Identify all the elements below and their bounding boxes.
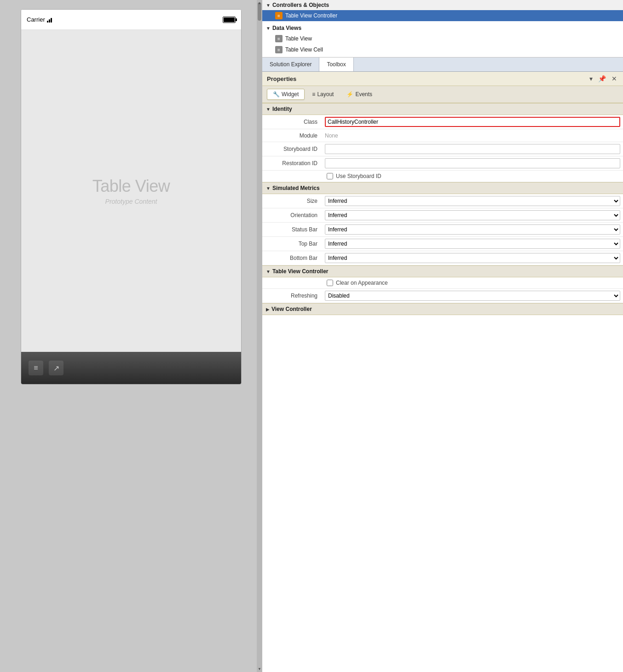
prototype-content-label: Prototype Content (105, 198, 157, 205)
simulated-metrics-section-header[interactable]: ▼ Simulated Metrics (262, 182, 623, 194)
storyboard-id-value (322, 142, 623, 156)
table-view-placeholder: Table View (92, 177, 170, 196)
tree-item-label: Table View Controller (285, 12, 337, 19)
iphone-content: Table View Prototype Content (21, 30, 241, 352)
class-value (322, 115, 623, 129)
props-content: ▼ Identity Class Module None Storyboard … (262, 103, 623, 672)
class-label: Class (262, 117, 322, 127)
tab-events[interactable]: ⚡ Events (341, 89, 378, 100)
data-views-arrow: ▼ (266, 26, 271, 31)
restoration-id-row: Restoration ID (262, 156, 623, 171)
storyboard-id-row: Storyboard ID (262, 142, 623, 156)
table-view-controller-section-header[interactable]: ▼ Table View Controller (262, 265, 623, 277)
controller-icon: ≡ (275, 12, 283, 19)
iphone-bottom-bar: ≡ ↗ (21, 352, 241, 384)
simulated-metrics-arrow: ▼ (266, 186, 271, 191)
wifi-icon (47, 17, 52, 23)
size-value: Inferred (322, 194, 623, 208)
tree-item-table-view-cell-label: Table View Cell (285, 46, 323, 53)
scroll-thumb[interactable] (258, 2, 261, 21)
scroll-up-arrow[interactable]: ▲ (258, 1, 261, 5)
clear-on-appearance-label: Clear on Appearance (336, 280, 388, 286)
tree-item-table-view-controller[interactable]: ≡ Table View Controller (262, 10, 623, 21)
orientation-row: Orientation Inferred (262, 208, 623, 223)
data-views-section: ▼ Data Views ≡ Table View ≡ Table View C… (262, 21, 623, 57)
clear-on-appearance-row: Clear on Appearance (262, 277, 623, 289)
tab-solution-explorer[interactable]: Solution Explorer (262, 57, 319, 71)
status-bar-label: Status Bar (262, 224, 322, 235)
right-panel: ▼ Controllers & Objects ≡ Table View Con… (262, 0, 623, 672)
controllers-arrow: ▼ (266, 3, 271, 8)
widget-icon: 🔧 (273, 91, 280, 98)
view-controller-arrow: ▶ (266, 307, 270, 312)
properties-panel: Properties ▾ 📌 ✕ 🔧 Widget ≡ Layout ⚡ Eve… (262, 72, 623, 672)
bottom-bar-select[interactable]: Inferred (325, 253, 620, 263)
storyboard-id-input[interactable] (325, 144, 620, 154)
tree-item-table-view-label: Table View (285, 35, 312, 42)
table-view-cell-icon: ≡ (275, 46, 283, 53)
properties-header: Properties ▾ 📌 ✕ (262, 72, 623, 86)
header-actions: ▾ 📌 ✕ (588, 75, 618, 83)
use-storyboard-id-label: Use Storyboard ID (336, 173, 381, 179)
view-controller-section-header[interactable]: ▶ View Controller (262, 303, 623, 315)
status-bar: Carrier (21, 10, 241, 30)
tree-item-table-view[interactable]: ≡ Table View (262, 33, 623, 44)
orientation-select[interactable]: Inferred (325, 210, 620, 220)
use-storyboard-id-row: Use Storyboard ID (262, 171, 623, 182)
properties-title: Properties (267, 75, 296, 82)
pin-btn[interactable]: 📌 (597, 75, 607, 83)
left-scrollbar[interactable]: ▲ ▼ (257, 0, 262, 672)
class-input[interactable] (325, 117, 620, 127)
status-bar-value: Inferred (322, 223, 623, 236)
identity-arrow: ▼ (266, 107, 271, 112)
module-text: None (325, 132, 338, 139)
size-label: Size (262, 196, 322, 206)
status-bar-select[interactable]: Inferred (325, 224, 620, 235)
tree-item-table-view-cell[interactable]: ≡ Table View Cell (262, 44, 623, 55)
data-views-header[interactable]: ▼ Data Views (262, 23, 623, 33)
bottom-bar-label: Bottom Bar (262, 253, 322, 263)
bottom-tabs: Solution Explorer Toolbox (262, 57, 623, 72)
iphone-frame: Carrier Table View Prototype Content ≡ ↗ (21, 9, 242, 385)
refreshing-label: Refreshing (262, 291, 322, 301)
tab-widget[interactable]: 🔧 Widget (267, 89, 305, 100)
orientation-value: Inferred (322, 208, 623, 222)
top-bar-select[interactable]: Inferred (325, 239, 620, 249)
dropdown-btn[interactable]: ▾ (588, 75, 594, 83)
controllers-section-header[interactable]: ▼ Controllers & Objects (262, 0, 623, 10)
share-icon: ↗ (49, 361, 63, 375)
simulator-panel: Carrier Table View Prototype Content ≡ ↗… (0, 0, 262, 672)
carrier-label: Carrier (27, 16, 52, 23)
size-row: Size Inferred (262, 194, 623, 208)
identity-section-header[interactable]: ▼ Identity (262, 103, 623, 115)
orientation-label: Orientation (262, 210, 322, 220)
use-storyboard-id-checkbox[interactable] (327, 173, 333, 179)
restoration-id-input[interactable] (325, 158, 620, 168)
module-value: None (322, 131, 623, 141)
prop-tabs: 🔧 Widget ≡ Layout ⚡ Events (262, 86, 623, 103)
scroll-down-arrow[interactable]: ▼ (258, 667, 261, 671)
module-label: Module (262, 131, 322, 141)
table-view-controller-arrow: ▼ (266, 269, 271, 274)
close-btn[interactable]: ✕ (610, 75, 618, 83)
table-view-icon: ≡ (275, 35, 283, 42)
storyboard-id-label: Storyboard ID (262, 144, 322, 154)
clear-on-appearance-checkbox[interactable] (327, 280, 333, 286)
object-tree: ▼ Controllers & Objects ≡ Table View Con… (262, 0, 623, 57)
bottom-bar-row: Bottom Bar Inferred (262, 251, 623, 265)
refreshing-value: Disabled (322, 289, 623, 303)
tab-toolbox[interactable]: Toolbox (319, 57, 353, 71)
top-bar-value: Inferred (322, 237, 623, 251)
refreshing-select[interactable]: Disabled (325, 291, 620, 301)
tab-layout[interactable]: ≡ Layout (306, 89, 339, 100)
restoration-id-label: Restoration ID (262, 158, 322, 168)
top-bar-row: Top Bar Inferred (262, 237, 623, 251)
bottom-bar-value: Inferred (322, 251, 623, 265)
battery-icon (223, 17, 236, 23)
restoration-id-value (322, 156, 623, 170)
events-icon: ⚡ (346, 91, 353, 98)
module-row: Module None (262, 129, 623, 142)
top-bar-label: Top Bar (262, 239, 322, 249)
size-select[interactable]: Inferred (325, 196, 620, 206)
refreshing-row: Refreshing Disabled (262, 289, 623, 303)
